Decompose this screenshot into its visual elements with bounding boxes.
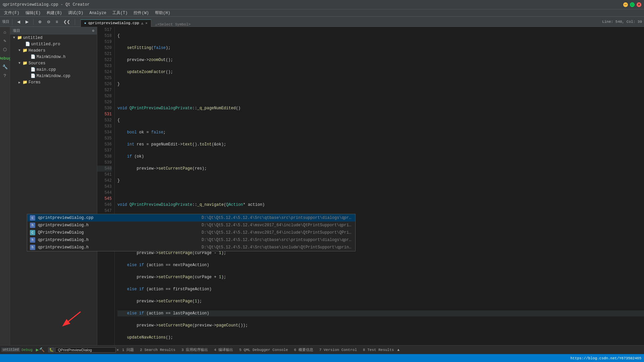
tree-label-untitled-pro: untitled.pro xyxy=(31,42,60,47)
window-controls: ─ □ ✕ xyxy=(623,2,641,7)
panel-tab-app-output[interactable]: 3 应用程序输出 xyxy=(179,347,211,353)
tree-arrow-forms: ▶ xyxy=(17,80,22,84)
ac-item-1[interactable]: h qprintpreviewdialog.h D:\Qt\Qt5.12.4\5… xyxy=(97,222,355,229)
ac-item-0[interactable]: c qprintpreviewdialog.cpp D:\Qt\Qt5.12.4… xyxy=(97,214,355,222)
line-524: 524 xyxy=(97,69,112,75)
code-line-537: preview->setCurrentPage(curPage + 1); xyxy=(117,274,644,280)
symbol-selector[interactable]: ⚠ <Select Symbol> xyxy=(153,22,194,27)
line-547: 547 xyxy=(97,208,112,214)
bottom-project-info: untitled Debug xyxy=(1,348,33,352)
tree-item-untitled-pro[interactable]: 📄 untitled.pro xyxy=(10,41,97,47)
panel-tab-general[interactable]: 6 概要信息 xyxy=(291,347,316,353)
file-icon-pro: 📄 xyxy=(25,42,30,47)
panel-icon-debug[interactable]: 🐛 xyxy=(48,347,55,353)
line-526: 526 xyxy=(97,81,112,87)
tree-item-untitled[interactable]: ▼ 📁 untitled xyxy=(10,35,97,41)
menu-build[interactable]: 构建(B) xyxy=(44,9,65,16)
menu-widgets[interactable]: 控件(W) xyxy=(131,9,152,16)
tabbar: ● qprintpreviewdialog.cpp ⚠ ✕ ⚠ <Select … xyxy=(80,17,193,27)
tree-item-mainwindow-cpp[interactable]: 📄 MainWindow.cpp xyxy=(10,73,97,79)
toolbar-btn-1[interactable]: ⊕ xyxy=(36,18,44,25)
project-icon: 📁 xyxy=(17,35,22,40)
tree-label-mainwindow-h: MainWindow.h xyxy=(37,55,65,59)
tree-item-main-cpp[interactable]: 📄 main.cpp xyxy=(10,66,97,73)
menu-analyze[interactable]: Analyze xyxy=(87,10,109,16)
ac-item-3[interactable]: h qprintpreviewdialog.h D:\Qt\Qt5.12.4\5… xyxy=(97,236,355,244)
panel-expand-button[interactable]: ▲ xyxy=(397,348,399,352)
panel-tab-compile[interactable]: 4 编译输出 xyxy=(211,347,236,353)
sidebar-icon-design[interactable]: ⬡ xyxy=(1,46,9,54)
project-label: 项目 xyxy=(2,19,9,24)
tab-close-button[interactable]: ✕ xyxy=(145,21,147,25)
search-input[interactable] xyxy=(55,347,116,353)
toolbar-separator-2 xyxy=(33,19,34,25)
close-button[interactable]: ✕ xyxy=(637,2,641,7)
minimize-button[interactable]: ─ xyxy=(623,2,628,7)
panel-tab-qml[interactable]: 5 QML Debugger Console xyxy=(236,347,290,353)
tree-label-untitled: untitled xyxy=(23,36,43,40)
sidebar-icon-projects[interactable]: 🔧 xyxy=(1,63,9,71)
tree-item-forms[interactable]: ▶ 📁 Forms xyxy=(10,79,97,85)
sidebar-settings-icon[interactable]: ⚙ xyxy=(92,28,94,33)
nav-back-button[interactable]: ◀ xyxy=(15,18,22,25)
line-522: 522 xyxy=(97,57,112,63)
tree-item-sources[interactable]: ▼ 📁 Sources xyxy=(10,60,97,66)
sidebar-icon-help[interactable]: ? xyxy=(1,72,9,80)
ac-item-2[interactable]: C QPrintPreviewDialog D:\Qt\Qt5.12.4\5.1… xyxy=(97,229,355,236)
ac-item-4[interactable]: h qprintpreviewdialog.h D:\Qt\Qt5.12.4\5… xyxy=(97,244,355,251)
sidebar-icon-edit[interactable]: ✎ xyxy=(1,37,9,45)
line-535: 535 xyxy=(97,135,112,141)
code-container: 517 518 519 520 521 522 523 524 525 526 … xyxy=(97,27,644,345)
toolbar-btn-3[interactable]: ≡ xyxy=(54,18,60,25)
toolbar-btn-2[interactable]: ⊖ xyxy=(45,18,52,25)
window-title: qprintpreviewdialog.cpp - Qt Creator xyxy=(3,2,90,7)
code-line-522 xyxy=(117,93,644,99)
code-line-524: { xyxy=(117,117,644,123)
menu-debug[interactable]: 调试(D) xyxy=(65,9,86,16)
tab-file-icon: ● xyxy=(84,21,86,25)
line-540: 540 xyxy=(97,166,112,172)
code-editor[interactable]: { setFitting(false); preview->zoomOut();… xyxy=(115,27,644,345)
sidebar-icon-welcome[interactable]: ⌂ xyxy=(1,28,9,36)
file-icon-mwh: 📄 xyxy=(30,54,36,59)
maximize-button[interactable]: □ xyxy=(630,2,635,7)
line-numbers: 517 518 519 520 521 522 523 524 525 526 … xyxy=(97,27,115,345)
panel-tab-tests[interactable]: 8 Test Results xyxy=(360,347,396,353)
sidebar-header: 项目 ⚙ xyxy=(10,27,97,35)
tree-label-sources: Sources xyxy=(29,61,45,66)
build-button[interactable]: 🔨 xyxy=(39,347,45,353)
toolbar-btn-4[interactable]: ❮❮ xyxy=(61,18,72,25)
menu-help[interactable]: 帮助(H) xyxy=(152,9,173,16)
line-542: 542 xyxy=(97,178,112,184)
line-544: 544 xyxy=(97,190,112,196)
code-line-517: { xyxy=(117,33,644,39)
line-538: 538 xyxy=(97,154,112,160)
menu-file[interactable]: 文件(F) xyxy=(1,9,22,16)
titlebar: qprintpreviewdialog.cpp - Qt Creator ─ □… xyxy=(0,0,644,9)
active-tab[interactable]: ● qprintpreviewdialog.cpp ⚠ ✕ xyxy=(80,19,151,27)
tree-item-headers[interactable]: ▼ 📁 Headers xyxy=(10,47,97,54)
menu-edit[interactable]: 编辑(E) xyxy=(23,9,44,16)
nav-forward-button[interactable]: ▶ xyxy=(23,18,31,25)
line-541: 541 xyxy=(97,172,112,178)
tree-arrow-sources: ▼ xyxy=(17,61,22,65)
clear-search-button[interactable]: ✕ xyxy=(116,348,119,352)
file-icon-maincpp: 📄 xyxy=(30,67,36,72)
menubar: 文件(F) 编辑(E) 构建(B) 调试(D) Analyze 工具(T) 控件… xyxy=(0,9,644,17)
tab-warning-icon: ⚠ xyxy=(141,21,144,25)
line-545: 545 xyxy=(97,196,112,202)
autocomplete-popup[interactable]: c qprintpreviewdialog.cpp D:\Qt\Qt5.12.4… xyxy=(97,214,356,251)
code-line-536: else if (action == nextPageAction) xyxy=(117,262,644,268)
menu-tools[interactable]: 工具(T) xyxy=(110,9,130,16)
tree-item-mainwindow-h[interactable]: 📄 MainWindow.h xyxy=(10,54,97,60)
ac-name-1: qprintpreviewdialog.h xyxy=(97,223,199,228)
line-528: 528 xyxy=(97,93,112,99)
panel-tabs: 🐛 ✕ 1 问题 2 Search Results 3 应用程序输出 4 编译输… xyxy=(48,347,399,353)
panel-tab-problems[interactable]: 1 问题 xyxy=(119,347,137,353)
panel-tab-search[interactable]: 2 Search Results xyxy=(137,347,178,353)
sidebar-icon-debug[interactable]: Debug xyxy=(1,54,9,62)
project-sidebar: 项目 ⚙ ▼ 📁 untitled 📄 untitled.pro ▼ 📁 Hea… xyxy=(10,27,97,345)
panel-tab-vcs[interactable]: 7 Version Control xyxy=(317,347,360,353)
ac-path-4: D:\Qt\Qt5.12.4\5.12.4\Src\qtbase\include… xyxy=(202,245,353,250)
run-button[interactable]: ▶ xyxy=(36,347,39,353)
